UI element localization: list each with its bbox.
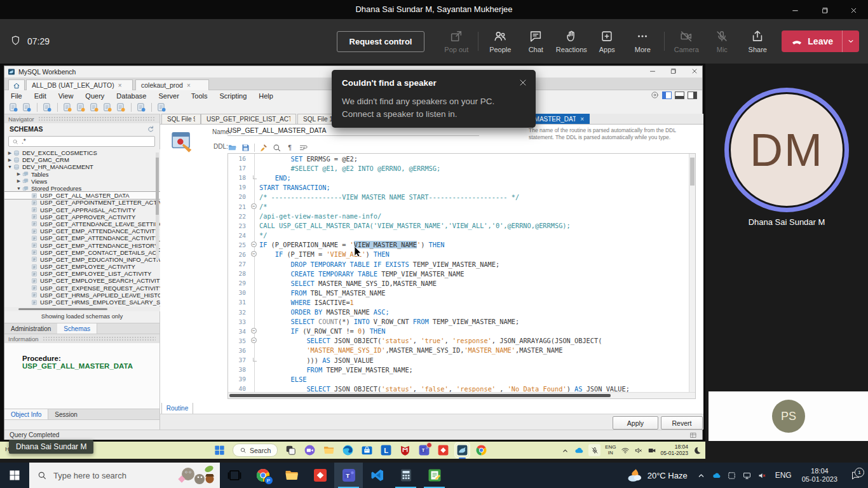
clock[interactable]: 18:0405-01-2023 [797, 467, 843, 484]
teams-taskbar-icon[interactable]: T [418, 444, 430, 456]
clock[interactable]: 18:0405-01-2023 [661, 444, 688, 456]
mcafee-taskbar-icon[interactable] [399, 444, 411, 456]
file-explorer-taskbar-icon[interactable] [323, 444, 335, 456]
start-button[interactable] [214, 444, 226, 456]
tree-item[interactable]: USP_GET_HRMS_EMPLOYEE_SALARY_SLIP_A( [4, 299, 160, 306]
maximize-button[interactable] [810, 0, 839, 19]
routine-name-field[interactable]: USP_GET_ALL_MASTER_DATA [227, 126, 479, 136]
menu-server[interactable]: Server [158, 92, 179, 100]
tree-item[interactable]: ▶Tables [4, 171, 160, 178]
tab-close-icon[interactable]: × [187, 82, 191, 89]
workbench-close-button[interactable] [691, 67, 700, 76]
editor-tab[interactable]: SQL File 9 [161, 114, 201, 124]
editor-hscrollbar[interactable] [228, 392, 695, 398]
tree-scrollbar[interactable] [156, 152, 159, 261]
tab-object-info[interactable]: Object Info [4, 409, 48, 419]
tree-item[interactable]: ▶Views [4, 178, 160, 185]
onedrive-icon[interactable] [709, 463, 724, 488]
tab-session[interactable]: Session [48, 409, 84, 419]
create-view-button[interactable] [89, 102, 100, 113]
tree-item[interactable]: USP_GET_HRMS_APPLIED_LEAVE_HISTORY_A [4, 292, 160, 299]
share-button[interactable]: Share [740, 29, 775, 53]
tree-item[interactable]: USP_GET_EMPLOYEE_ACTIVITY [4, 263, 160, 270]
more-button[interactable]: More [625, 29, 660, 53]
tree-item[interactable]: USP_GET_APPRAISAL_ACTIVITY [4, 207, 160, 214]
create-function-button[interactable] [116, 102, 126, 113]
task-view-taskbar-icon[interactable] [220, 463, 248, 488]
create-table-button[interactable] [76, 102, 86, 113]
menu-scripting[interactable]: Scripting [220, 92, 247, 100]
diamond-app-taskbar-icon[interactable] [306, 463, 334, 488]
vscode-taskbar-icon[interactable] [363, 463, 391, 488]
tab-close-icon[interactable]: × [118, 82, 122, 89]
tree-item[interactable]: ▶DEV_EXCEL_COSMETICS [4, 149, 160, 156]
edge-taskbar-icon[interactable] [342, 444, 354, 456]
language-indicator[interactable]: ENG [770, 471, 797, 480]
screen-clip-icon[interactable] [724, 463, 740, 488]
taskbar-search[interactable]: Search [233, 444, 278, 457]
calculator-taskbar-icon[interactable] [391, 463, 420, 488]
wrap-button[interactable] [299, 143, 308, 152]
tab-close-icon[interactable]: × [580, 116, 584, 123]
chrome-taskbar-icon[interactable]: P [248, 463, 277, 488]
tree-item[interactable]: ▼DEV_HR_MANAGEMENT [4, 163, 160, 170]
tree-item[interactable]: USP_GET_ALL_MASTER_DATA [4, 192, 160, 199]
file-explorer-taskbar-icon[interactable] [277, 463, 306, 488]
weather-widget[interactable]: 20°C Haze [620, 467, 694, 484]
hidden-icons-chevron[interactable] [694, 463, 709, 488]
fold-minus-icon[interactable]: − [251, 203, 257, 209]
volume-muted-icon[interactable] [755, 463, 770, 488]
tab-administration[interactable]: Administration [4, 323, 57, 334]
fold-minus-icon[interactable]: − [251, 328, 257, 334]
start-button[interactable] [0, 463, 29, 488]
new-sql-tab-button[interactable] [8, 102, 19, 113]
broom-button[interactable] [259, 143, 268, 152]
connection-tab[interactable]: colekaut_prod× [135, 79, 209, 90]
teams-taskbar-icon[interactable]: T [334, 463, 363, 488]
open-sql-script-button[interactable] [22, 102, 32, 113]
close-button[interactable] [839, 0, 868, 19]
home-tab[interactable] [8, 79, 25, 91]
menu-tools[interactable]: Tools [191, 92, 208, 100]
chrome-taskbar-icon[interactable] [475, 444, 487, 456]
menu-query[interactable]: Query [85, 92, 104, 100]
tree-hscrollbar[interactable] [4, 307, 160, 311]
panel-toggle-bottom[interactable] [675, 92, 684, 99]
schema-filter-input[interactable]: .* [8, 136, 155, 147]
fold-minus-icon[interactable]: − [251, 337, 257, 343]
create-schema-button[interactable] [62, 102, 73, 113]
routine-tab[interactable]: Routine [161, 403, 193, 414]
leave-options-button[interactable] [842, 30, 859, 52]
editor-vscrollbar[interactable] [689, 154, 695, 398]
l-app-taskbar-icon[interactable]: L [380, 444, 392, 456]
request-control-button[interactable]: Request control [337, 31, 424, 52]
fold-minus-icon[interactable]: − [251, 251, 257, 257]
tree-item[interactable]: USP_GET_ATTENDANCE_LEAVE_SETTINGS_A( [4, 220, 160, 227]
mysql-workbench-taskbar-icon[interactable] [456, 444, 468, 456]
tree-item[interactable]: USP_GET_EMP_ATTENDANCE_ACTIVITY_APP [4, 234, 160, 241]
tree-item[interactable]: ▶DEV_GMC_CRM [4, 156, 160, 163]
menu-help[interactable]: Help [259, 92, 273, 100]
notification-close-icon[interactable] [518, 78, 528, 88]
video-chat-taskbar-icon[interactable] [304, 444, 316, 456]
menu-database[interactable]: Database [116, 92, 146, 100]
tree-item[interactable]: USP_GET_EMP_EDUCATION_INFO_ACTIVITY [4, 256, 160, 263]
diamond-app-taskbar-icon[interactable] [437, 444, 449, 456]
tree-item[interactable]: USP_GET_APPOINTMENT_LETTER_ACTIVITY [4, 199, 160, 206]
revert-button[interactable]: Revert [661, 416, 703, 430]
create-procedure-button[interactable] [102, 102, 113, 113]
tree-item[interactable]: USP_GET_EMP_ATTENDANCE_HISTORY_ACTI [4, 241, 160, 248]
notes-taskbar-icon[interactable] [420, 463, 449, 488]
microsoft-store-taskbar-icon[interactable] [361, 444, 373, 456]
tab-schemas[interactable]: Schemas [57, 323, 97, 334]
people-button[interactable]: People [482, 29, 518, 53]
tree-item[interactable]: USP_GET_EMPLOYEE_SEARCH_ACTIVITY [4, 277, 160, 284]
pilcrow-button[interactable]: ¶ [285, 143, 295, 152]
language-indicator[interactable]: ENGIN [605, 445, 616, 456]
chat-button[interactable]: Chat [518, 29, 553, 53]
inspector-button[interactable] [42, 102, 53, 113]
search-data-button[interactable] [136, 102, 147, 113]
notification-center[interactable]: 1 [843, 463, 868, 488]
tree-item[interactable]: USP_GET_EMP_ATTENDANCE_ACTIVITY [4, 227, 160, 234]
task-view-taskbar-icon[interactable] [285, 444, 297, 456]
